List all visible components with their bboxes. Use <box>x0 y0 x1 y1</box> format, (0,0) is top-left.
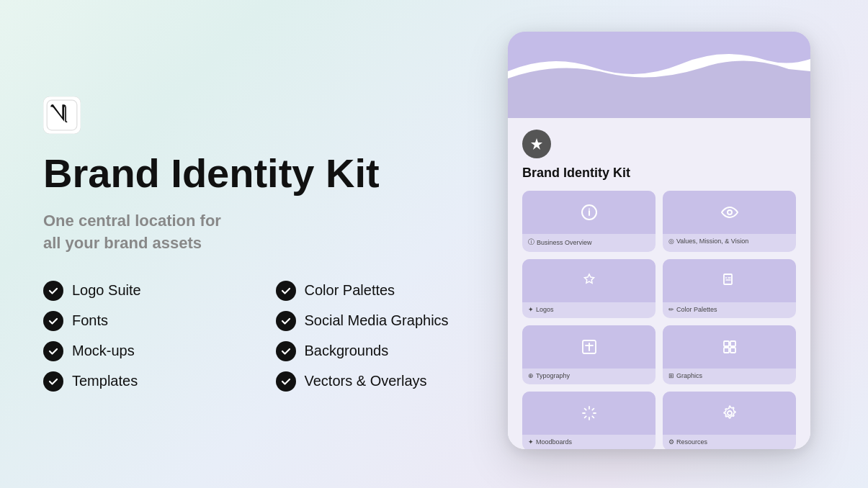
feature-label-fonts: Fonts <box>72 312 108 329</box>
svg-rect-8 <box>724 274 732 284</box>
card-image-values-mission-vision <box>663 191 796 234</box>
feature-label-color-palettes: Color Palettes <box>305 282 395 299</box>
feature-item-fonts: Fonts <box>43 311 247 331</box>
svg-rect-18 <box>730 348 735 353</box>
card-business-overview: ⓘ Business Overview <box>522 191 656 252</box>
card-logos: ✦ Logos <box>522 259 656 318</box>
feature-label-vectors-overlays: Vectors & Overlays <box>305 373 427 389</box>
card-icon-moodboards <box>581 405 598 422</box>
feature-item-backgrounds: Backgrounds <box>276 341 480 361</box>
card-icon-typography <box>581 338 598 356</box>
card-color-palettes: ✏ Color Palettes <box>663 259 796 318</box>
card-image-typography <box>522 325 656 369</box>
right-panel: Brand Identity Kit ⓘ Business Overview <box>508 32 825 456</box>
feature-label-logo-suite: Logo Suite <box>72 282 141 299</box>
page-icon <box>522 130 551 158</box>
check-icon-vectors-overlays <box>276 371 296 392</box>
page-title: Brand Identity Kit <box>43 151 380 196</box>
main-container: Brand Identity Kit One central location … <box>0 0 868 488</box>
svg-rect-16 <box>730 341 735 346</box>
card-icon-resources <box>721 405 738 422</box>
feature-label-templates: Templates <box>72 373 138 389</box>
feature-label-backgrounds: Backgrounds <box>305 343 389 359</box>
svg-marker-3 <box>531 138 542 150</box>
check-icon-logo-suite <box>43 281 63 301</box>
subtitle: One central location for all your brand … <box>43 210 221 255</box>
feature-item-social-media-graphics: Social Media Graphics <box>276 311 480 331</box>
card-label-color-palettes: ✏ Color Palettes <box>663 302 796 318</box>
left-panel: Brand Identity Kit One central location … <box>43 96 508 391</box>
card-label-graphics: ⊞ Graphics <box>663 369 796 384</box>
card-resources: ⚙ Resources <box>663 392 796 449</box>
features-grid: Logo Suite Color Palettes Fonts Social <box>43 281 479 392</box>
feature-item-mock-ups: Mock-ups <box>43 341 247 361</box>
svg-point-6 <box>589 209 590 210</box>
card-image-color-palettes <box>663 259 796 302</box>
card-graphics: ⊞ Graphics <box>663 325 796 384</box>
card-icon-values-mission-vision <box>721 204 738 221</box>
phone-header <box>508 32 810 118</box>
card-label-values-mission-vision: ◎ Values, Mission, & Vision <box>663 234 796 250</box>
notion-logo-icon <box>43 96 81 134</box>
card-image-moodboards <box>522 392 656 435</box>
card-image-resources <box>663 392 796 435</box>
card-label-resources: ⚙ Resources <box>663 435 796 449</box>
feature-item-vectors-overlays: Vectors & Overlays <box>276 371 480 392</box>
card-values-mission-vision: ◎ Values, Mission, & Vision <box>663 191 796 252</box>
cards-grid: ⓘ Business Overview ◎ Values, Mission, &… <box>522 191 796 449</box>
check-icon-mock-ups <box>43 341 63 361</box>
card-typography: ⊕ Typography <box>522 325 656 384</box>
card-label-business-overview: ⓘ Business Overview <box>522 234 656 252</box>
check-icon-templates <box>43 371 63 392</box>
card-image-business-overview <box>522 191 656 234</box>
check-icon-backgrounds <box>276 341 296 361</box>
card-icon-color-palettes <box>721 272 738 289</box>
card-icon-graphics <box>721 338 738 356</box>
feature-label-mock-ups: Mock-ups <box>72 343 135 359</box>
svg-rect-17 <box>724 348 729 353</box>
feature-item-logo-suite: Logo Suite <box>43 281 247 301</box>
card-label-logos: ✦ Logos <box>522 302 656 318</box>
card-icon-business-overview <box>581 204 598 221</box>
svg-point-19 <box>728 411 732 415</box>
phone-mockup: Brand Identity Kit ⓘ Business Overview <box>508 32 810 449</box>
check-icon-social-media-graphics <box>276 311 296 331</box>
card-label-typography: ⊕ Typography <box>522 369 656 384</box>
feature-item-color-palettes: Color Palettes <box>276 281 480 301</box>
card-icon-logos <box>581 272 598 289</box>
feature-item-templates: Templates <box>43 371 247 392</box>
card-moodboards: ✦ Moodboards <box>522 392 656 449</box>
check-icon-fonts <box>43 311 63 331</box>
svg-point-7 <box>728 210 732 214</box>
check-icon-color-palettes <box>276 281 296 301</box>
svg-rect-15 <box>724 341 729 346</box>
phone-content: Brand Identity Kit ⓘ Business Overview <box>508 118 810 449</box>
card-label-moodboards: ✦ Moodboards <box>522 435 656 449</box>
feature-label-social-media-graphics: Social Media Graphics <box>305 312 449 329</box>
card-image-logos <box>522 259 656 302</box>
phone-page-title: Brand Identity Kit <box>522 166 796 181</box>
card-image-graphics <box>663 325 796 369</box>
